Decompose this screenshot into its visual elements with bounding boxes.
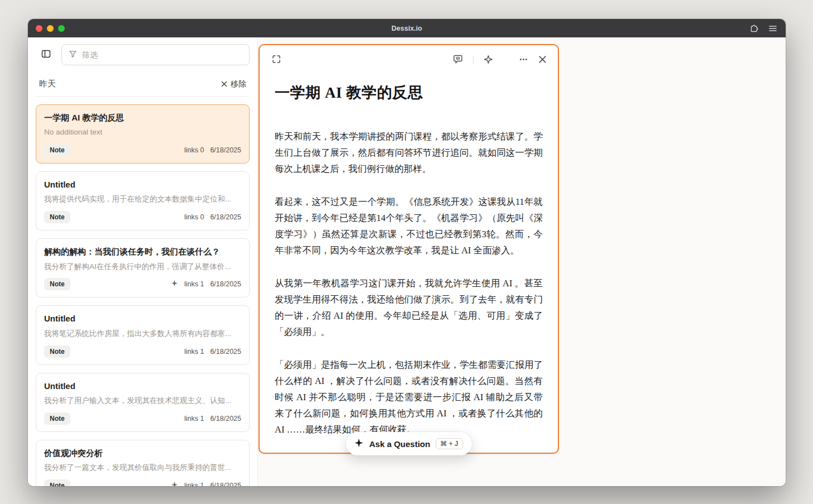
note-title: Untitled — [44, 179, 241, 190]
note-snippet: 我将提供代码实现，用于在给定的文本数据集中定位和... — [44, 194, 241, 205]
note-card[interactable]: 一学期 AI 教学的反思 No additional text Note lin… — [36, 104, 250, 164]
note-card[interactable]: Untitled 我将笔记系统比作房屋，指出大多数人将所有内容都塞... Not… — [36, 305, 250, 364]
ai-sparkle-button[interactable] — [484, 55, 493, 66]
section-header: 昨天 移除 — [36, 65, 250, 97]
remove-label: 移除 — [231, 79, 246, 89]
note-snippet: 我分析了一篇文本，发现其价值取向与我所秉持的普世... — [44, 463, 241, 473]
note-title: 一学期 AI 教学的反思 — [44, 112, 241, 123]
titlebar: Dessix.io — [28, 19, 786, 37]
note-snippet: 我分析了解构AI在任务执行中的作用，强调了从整体价... — [44, 262, 241, 272]
note-date: 6/18/2025 — [210, 213, 241, 221]
note-badge: Note — [44, 479, 70, 486]
note-card[interactable]: 价值观冲突分析 我分析了一篇文本，发现其价值取向与我所秉持的普世... Note… — [36, 440, 250, 486]
filter-input-wrapper[interactable] — [61, 44, 250, 65]
close-icon — [538, 55, 547, 65]
note-card-list: 一学期 AI 教学的反思 No additional text Note lin… — [36, 104, 250, 486]
note-date: 6/18/2025 — [210, 280, 241, 288]
document-body: 一学期 AI 教学的反思 昨天和前天，我本学期讲授的两门课程，都以考察形式结课了… — [260, 83, 558, 454]
note-badge: Note — [44, 278, 70, 290]
voice-button[interactable] — [453, 54, 463, 66]
ellipsis-icon — [519, 55, 528, 66]
note-card[interactable]: 解构的解构：当我们谈任务时，我们在谈什么？ 我分析了解构AI在任务执行中的作用，… — [36, 238, 250, 297]
ask-question-label: Ask a Question — [369, 439, 430, 449]
note-badge: Note — [44, 412, 70, 425]
note-card[interactable]: Untitled 我将提供代码实现，用于在给定的文本数据集中定位和... Not… — [36, 171, 250, 231]
ask-question-button[interactable]: Ask a Question ⌘ + J — [346, 432, 472, 455]
sidebar: 昨天 移除 一学期 AI 教学的反思 No additional text No… — [28, 37, 258, 486]
voice-icon — [453, 54, 463, 66]
menu-icon[interactable] — [768, 23, 778, 33]
shortcut-badge: ⌘ + J — [436, 438, 462, 449]
sidebar-toggle-button[interactable] — [36, 45, 56, 65]
note-card[interactable]: Untitled 我分析了用户输入文本，发现其在技术悲观主义、认知... Not… — [36, 373, 250, 432]
note-date: 6/18/2025 — [210, 348, 241, 356]
note-date: 6/18/2025 — [210, 415, 241, 423]
zoom-window-button[interactable] — [58, 25, 65, 32]
sparkle-icon — [171, 280, 178, 289]
expand-button[interactable] — [272, 55, 281, 65]
document-panel: 一学期 AI 教学的反思 昨天和前天，我本学期讲授的两门课程，都以考察形式结课了… — [259, 44, 559, 454]
note-date: 6/18/2025 — [210, 482, 241, 486]
close-icon — [221, 80, 227, 89]
note-title: Untitled — [44, 381, 241, 392]
note-badge: Note — [44, 345, 70, 358]
close-window-button[interactable] — [36, 25, 42, 32]
section-label: 昨天 — [39, 79, 56, 89]
extensions-icon[interactable] — [749, 23, 759, 33]
window-title: Dessix.io — [28, 25, 786, 32]
document-toolbar — [260, 45, 558, 68]
note-badge: Note — [44, 211, 70, 223]
note-snippet: 我分析了用户输入文本，发现其在技术悲观主义、认知... — [44, 396, 241, 406]
sparkle-icon — [171, 481, 178, 486]
links-count: links 1 — [184, 280, 204, 288]
main-area: 一学期 AI 教学的反思 昨天和前天，我本学期讲授的两门课程，都以考察形式结课了… — [258, 37, 786, 486]
close-document-button[interactable] — [538, 55, 547, 65]
note-badge: Note — [44, 144, 70, 156]
document-paragraph: 看起来，这不过又是一个学期。《信息系统开发》这课我从11年就开始讲，到今年已经是… — [275, 194, 543, 258]
document-paragraph: 从我第一年教机器学习这门课开始，我就允许学生使用 AI 。甚至发现学生用得不得法… — [275, 275, 543, 340]
note-snippet: 我将笔记系统比作房屋，指出大多数人将所有内容都塞... — [44, 329, 241, 339]
toolbar-divider — [473, 56, 474, 64]
note-title: 价值观冲突分析 — [44, 448, 241, 459]
document-paragraph: 「必须用」是指每一次上机，包括期末作业，学生都需要汇报用了什么样的 AI ，解决… — [275, 357, 543, 438]
note-title: Untitled — [44, 313, 241, 324]
note-snippet: No additional text — [44, 127, 241, 138]
filter-icon — [69, 50, 77, 60]
minimize-window-button[interactable] — [47, 25, 54, 32]
panel-left-icon — [41, 49, 51, 61]
note-date: 6/18/2025 — [210, 146, 241, 154]
links-count: links 0 — [184, 213, 204, 221]
more-button[interactable] — [519, 55, 528, 66]
links-count: links 1 — [184, 482, 204, 486]
expand-icon — [272, 55, 281, 65]
links-count: links 1 — [184, 348, 204, 356]
sparkle-icon — [354, 438, 364, 449]
links-count: links 0 — [184, 146, 204, 154]
remove-section-button[interactable]: 移除 — [221, 79, 246, 89]
app-window: Dessix.io — [28, 19, 786, 486]
traffic-lights — [36, 25, 65, 32]
links-count: links 1 — [184, 415, 204, 423]
document-title: 一学期 AI 教学的反思 — [275, 83, 543, 103]
note-title: 解构的解构：当我们谈任务时，我们在谈什么？ — [44, 246, 241, 257]
sparkle-icon — [484, 55, 493, 66]
document-paragraph: 昨天和前天，我本学期讲授的两门课程，都以考察形式结课了。学生们上台做了展示，然后… — [275, 128, 543, 177]
filter-input[interactable] — [82, 50, 242, 59]
